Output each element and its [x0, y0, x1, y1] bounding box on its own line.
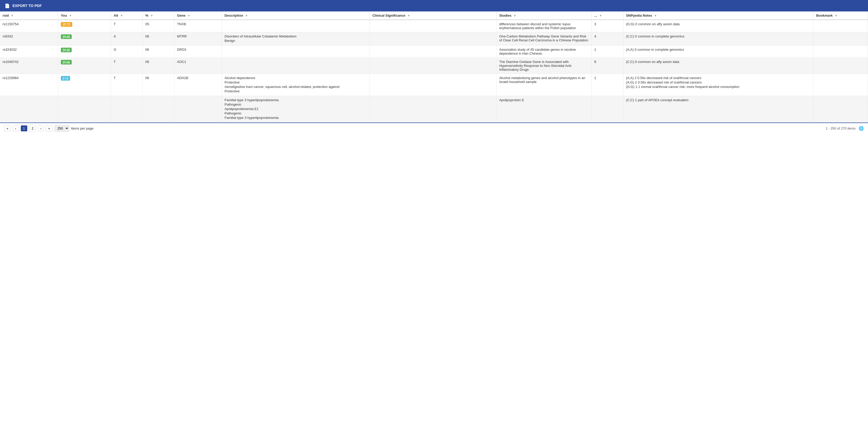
studies-filter-icon[interactable]: ▼ [514, 14, 516, 17]
col-header-gene[interactable]: Gene ▼ [175, 11, 222, 20]
cell-alt: G [111, 46, 143, 58]
col-header-description[interactable]: Description ▼ [222, 11, 370, 20]
snppedia-line: (C;C) 0 common in complete genomics [626, 34, 811, 38]
col-header-dots[interactable]: ... ▼ [591, 11, 623, 20]
footer-pagination: « ‹ 1 2 › » 250 100 50 items per page [4, 125, 94, 132]
cell-studies: Alcohol metabolizing genes and alcohol p… [496, 74, 591, 96]
cell-pct: 06 [143, 32, 175, 46]
snppedia-filter-icon[interactable]: ▼ [654, 14, 657, 17]
snppedia-line: (A;A) 0 common in complete genomics [626, 48, 811, 52]
cell-studies: One-Carbon Metabolism Pathway Gene Varia… [496, 32, 591, 46]
cell-gene [175, 96, 222, 122]
col-header-clinical[interactable]: Clinical Significance ▼ [370, 11, 497, 20]
table-row[interactable]: rs324032(n;a)G06DRD3Association study of… [0, 46, 868, 58]
you-badge: (C;T) [61, 22, 72, 27]
col-bookmark-label: Bookmark [816, 13, 833, 18]
cell-clinical [370, 74, 497, 96]
you-badge: (-;-) [61, 76, 70, 81]
cell-studies: differences between discoid and systemic… [496, 20, 591, 32]
cell-snppedia: (A;A) 2 0.56x decreased risk of oral/thr… [623, 74, 813, 96]
desc-filter-icon[interactable]: ▼ [245, 14, 248, 17]
cell-rsid: rs1229984 [0, 74, 58, 96]
table-row[interactable]: Familial type 3 hyperlipoproteinemiaPath… [0, 96, 868, 122]
clinical-filter-icon[interactable]: ▼ [407, 14, 410, 17]
col-header-rsid[interactable]: rsid ▼ [0, 11, 58, 20]
table-wrapper: rsid ▼ You ▼ Alt ▼ % ▼ Gene ▼ [0, 11, 868, 122]
snppedia-line: (C;C) 1 part of APOE4 concept evaluation [626, 98, 811, 102]
first-page-button[interactable]: « [4, 125, 11, 131]
description-line: Aerodigestive tract cancer, squamous cel… [224, 85, 367, 89]
description-line: Pathogenic [224, 111, 367, 115]
cell-you: (n;a) [58, 32, 111, 46]
cell-clinical [370, 46, 497, 58]
col-alt-label: Alt [114, 13, 118, 18]
description-line: Protective [224, 80, 367, 84]
col-header-bookmark[interactable]: Bookmark ▼ [813, 11, 868, 20]
col-rsid-label: rsid [3, 13, 9, 18]
page-1-button[interactable]: 1 [21, 125, 27, 131]
cell-bookmark [813, 96, 868, 122]
export-icon: 📄 [5, 3, 10, 8]
table-row[interactable]: rs1229984(-;-)T06ADH1BAlcohol dependence… [0, 74, 868, 96]
col-gene-label: Gene [177, 13, 186, 18]
col-header-pct[interactable]: % ▼ [143, 11, 175, 20]
you-badge: (n;a) [61, 60, 72, 64]
export-label[interactable]: EXPORT TO PDF [12, 4, 42, 8]
description-line: Apolipoproteinemia E1 [224, 107, 367, 111]
cell-rsid: rs324032 [0, 46, 58, 58]
cell-bookmark [813, 74, 868, 96]
cell-gene: ADH1B [175, 74, 222, 96]
table-header-row: rsid ▼ You ▼ Alt ▼ % ▼ Gene ▼ [0, 11, 868, 20]
cell-studies: Apolipoprotein E [496, 96, 591, 122]
col-header-snppedia[interactable]: SNPpedia Notes ▼ [623, 11, 813, 20]
cell-rsid: rs1049742 [0, 58, 58, 74]
per-page-select[interactable]: 250 100 50 [55, 125, 69, 132]
col-snppedia-label: SNPpedia Notes [626, 13, 652, 18]
col-header-you[interactable]: You ▼ [58, 11, 111, 20]
description-line: Alcohol dependence [224, 76, 367, 80]
cell-snppedia: (C;C) 0 common in complete genomics [623, 32, 813, 46]
cell-you: (n;a) [58, 46, 111, 58]
cell-rsid: rs9332 [0, 32, 58, 46]
table-row[interactable]: rs9332(n;a)A06MTRRDisorders of Intracell… [0, 32, 868, 46]
cell-alt [111, 96, 143, 122]
cell-gene: DRD3 [175, 46, 222, 58]
cell-clinical [370, 32, 497, 46]
last-page-button[interactable]: » [46, 125, 52, 131]
top-bar: 📄 EXPORT TO PDF [0, 0, 868, 11]
description-line: Protective [224, 89, 367, 93]
col-header-studies[interactable]: Studies ▼ [496, 11, 591, 20]
cell-description [222, 46, 370, 58]
cell-you: (-;-) [58, 74, 111, 96]
cell-description: Alcohol dependenceProtectiveAerodigestiv… [222, 74, 370, 96]
cell-bookmark [813, 20, 868, 32]
cell-studies: Association study of 45 candidate genes … [496, 46, 591, 58]
page-2-button[interactable]: 2 [29, 125, 36, 131]
col-header-alt[interactable]: Alt ▼ [111, 11, 143, 20]
rsid-filter-icon[interactable]: ▼ [11, 14, 13, 17]
cell-clinical [370, 20, 497, 32]
dots-filter-icon[interactable]: ▼ [599, 14, 602, 17]
cell-studies-count: 8 [591, 58, 623, 74]
col-studies-label: Studies [499, 13, 512, 18]
next-page-button[interactable]: › [38, 125, 44, 131]
prev-page-button[interactable]: ‹ [13, 125, 19, 131]
cell-studies-count: 1 [591, 46, 623, 58]
alt-filter-icon[interactable]: ▼ [120, 14, 123, 17]
cell-studies-count: 3 [591, 20, 623, 32]
cell-pct: 06 [143, 74, 175, 96]
table-footer: « ‹ 1 2 › » 250 100 50 items per page 1 … [0, 122, 868, 134]
cell-alt: T [111, 74, 143, 96]
col-clinical-label: Clinical Significance [372, 13, 405, 18]
items-per-page-label: items per page [71, 126, 94, 130]
description-line: Benign [224, 39, 367, 43]
table-row[interactable]: rs1049742(n;a)T06AOC1The Diamine Oxidase… [0, 58, 868, 74]
table-row[interactable]: rs1150754(C;T)T05TNXBdifferences between… [0, 20, 868, 32]
snppedia-line: (G;G) 1.1 normal oral/throat cancer risk… [626, 85, 811, 89]
cell-alt: T [111, 20, 143, 32]
pct-filter-icon[interactable]: ▼ [150, 14, 153, 17]
cell-you [58, 96, 111, 122]
bookmark-filter-icon[interactable]: ▼ [835, 14, 838, 17]
gene-filter-icon[interactable]: ▼ [187, 14, 190, 17]
you-filter-icon[interactable]: ▼ [69, 14, 72, 17]
